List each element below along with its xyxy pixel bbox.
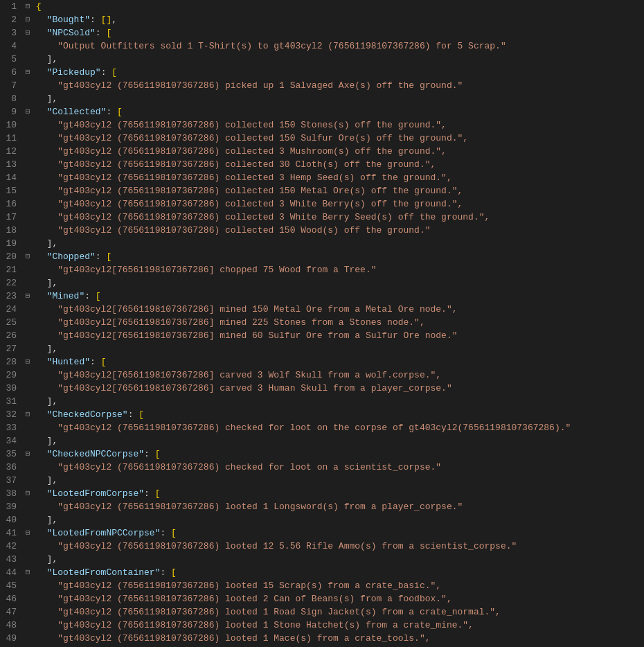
collapse-icon[interactable]: ⊟ <box>22 0 33 13</box>
line-content: "gt403cyl2 (76561198107367286) looted 1 … <box>33 500 644 513</box>
code-segment: "gt403cyl2 (76561198107367286) collected… <box>36 146 447 157</box>
line: 37 ], <box>0 474 644 487</box>
code-segment: "gt403cyl2 (76561198107367286) collected… <box>36 225 431 236</box>
line-content: "gt403cyl2[76561198107367286] carved 3 H… <box>33 382 644 395</box>
line: 29 "gt403cyl2[76561198107367286] carved … <box>0 369 644 382</box>
line-number: 47 <box>0 605 22 619</box>
collapse-icon[interactable]: ⊟ <box>22 26 33 39</box>
code-segment: "gt403cyl2 (76561198107367286) collected… <box>36 133 468 143</box>
code-segment: { <box>36 1 42 12</box>
line: 6⊟ "Pickedup": [ <box>0 66 644 79</box>
collapse-icon[interactable]: ⊟ <box>22 105 33 118</box>
line: 25 "gt403cyl2[76561198107367286] mined 2… <box>0 316 644 329</box>
code-segment: [ <box>117 107 123 117</box>
collapse-icon[interactable]: ⊟ <box>22 66 33 79</box>
json-key: "LootedFromContainer" <box>36 567 160 578</box>
line-content: "gt403cyl2 (76561198107367286) looted 1 … <box>33 605 644 619</box>
line-content: "gt403cyl2 (76561198107367286) collected… <box>33 171 644 184</box>
line-content: "gt403cyl2[76561198107367286] mined 225 … <box>33 316 644 329</box>
line-number: 21 <box>0 263 22 276</box>
line: 12 "gt403cyl2 (76561198107367286) collec… <box>0 145 644 158</box>
code-segment: ], <box>36 396 57 407</box>
line-content: "gt403cyl2[76561198107367286] chopped 75… <box>33 263 644 276</box>
code-segment: "gt403cyl2 (76561198107367286) looted 1 … <box>36 607 501 617</box>
line-number: 32 <box>0 408 22 421</box>
collapse-icon[interactable]: ⊟ <box>22 566 33 579</box>
line-number: 38 <box>0 487 22 500</box>
collapse-icon[interactable]: ⊟ <box>22 13 33 26</box>
line-number: 34 <box>0 434 22 447</box>
line-number: 39 <box>0 500 22 513</box>
line-number: 48 <box>0 619 22 632</box>
json-colon: : <box>84 291 96 301</box>
code-segment: "gt403cyl2 (76561198107367286) looted 1 … <box>36 620 474 630</box>
line: 36 "gt403cyl2 (76561198107367286) checke… <box>0 461 644 474</box>
line-content: "Mined": [ <box>33 290 644 303</box>
code-segment: "gt403cyl2 (76561198107367286) collected… <box>36 186 463 196</box>
code-segment: ], <box>36 94 57 104</box>
line: 43 ], <box>0 553 644 566</box>
line-content: ], <box>33 513 644 526</box>
line: 11 "gt403cyl2 (76561198107367286) collec… <box>0 132 644 145</box>
collapse-icon[interactable]: ⊟ <box>22 290 33 303</box>
code-segment: [ <box>155 488 161 499</box>
line-content: ], <box>33 434 644 447</box>
line-number: 3 <box>0 26 22 39</box>
line-content: { <box>33 0 644 13</box>
line-number: 2 <box>0 13 22 26</box>
line: 15 "gt403cyl2 (76561198107367286) collec… <box>0 184 644 197</box>
line-content: "gt403cyl2 (76561198107367286) collected… <box>33 118 644 132</box>
code-segment: [ <box>171 567 177 578</box>
line-content: "NPCSold": [ <box>33 26 644 39</box>
line-content: ], <box>33 92 644 105</box>
collapse-icon[interactable]: ⊟ <box>22 526 33 540</box>
line: 21 "gt403cyl2[76561198107367286] chopped… <box>0 263 644 276</box>
line: 1⊟{ <box>0 0 644 13</box>
line: 16 "gt403cyl2 (76561198107367286) collec… <box>0 197 644 211</box>
line-number: 1 <box>0 0 22 13</box>
line: 4 "Output Outfitters sold 1 T-Shirt(s) t… <box>0 39 644 53</box>
collapse-icon[interactable]: ⊟ <box>22 250 33 263</box>
collapse-icon[interactable]: ⊟ <box>22 447 33 461</box>
line: 44⊟ "LootedFromContainer": [ <box>0 566 644 579</box>
json-colon: : <box>90 15 101 25</box>
line-content: "Pickedup": [ <box>33 66 644 79</box>
code-segment: "gt403cyl2[76561198107367286] mined 150 … <box>36 304 458 314</box>
line-content: "gt403cyl2 (76561198107367286) looted 1 … <box>33 632 644 645</box>
collapse-icon[interactable]: ⊟ <box>22 355 33 369</box>
line-number: 31 <box>0 395 22 408</box>
line-number: 49 <box>0 632 22 645</box>
line-content: "gt403cyl2 (76561198107367286) collected… <box>33 132 644 145</box>
code-segment: "gt403cyl2[76561198107367286] mined 225 … <box>36 317 425 328</box>
code-segment: ], <box>36 278 57 288</box>
line-content: ], <box>33 53 644 66</box>
collapse-icon[interactable]: ⊟ <box>22 408 33 421</box>
line-content: "gt403cyl2 (76561198107367286) collected… <box>33 145 644 158</box>
json-key: "Chopped" <box>36 251 96 262</box>
code-segment: ], <box>36 238 57 249</box>
line-number: 8 <box>0 92 22 105</box>
line-number: 13 <box>0 158 22 171</box>
json-key: "Collected" <box>36 107 106 117</box>
line: 2⊟ "Bought": [], <box>0 13 644 26</box>
line-number: 6 <box>0 66 22 79</box>
code-segment: [ <box>138 409 144 420</box>
line-number: 29 <box>0 369 22 382</box>
code-segment: [ <box>96 291 101 301</box>
json-key: "Mined" <box>36 291 84 301</box>
line-content: "Chopped": [ <box>33 250 644 263</box>
line-content: "LootedFromContainer": [ <box>33 566 644 579</box>
collapse-icon[interactable]: ⊟ <box>22 487 33 500</box>
line: 45 "gt403cyl2 (76561198107367286) looted… <box>0 579 644 592</box>
line-number: 16 <box>0 197 22 211</box>
line-content: "LootedFromCorpse": [ <box>33 487 644 500</box>
line-content: "CheckedNPCCorpse": [ <box>33 447 644 461</box>
line-content: "gt403cyl2 (76561198107367286) collected… <box>33 211 644 224</box>
json-key: "Hunted" <box>36 357 90 367</box>
line-number: 44 <box>0 566 22 579</box>
json-colon: : <box>96 251 107 262</box>
json-colon: : <box>160 528 171 538</box>
line: 49 "gt403cyl2 (76561198107367286) looted… <box>0 632 644 645</box>
code-segment: "gt403cyl2 (76561198107367286) collected… <box>36 172 452 183</box>
code-segment: "gt403cyl2[76561198107367286] mined 60 S… <box>36 330 458 341</box>
